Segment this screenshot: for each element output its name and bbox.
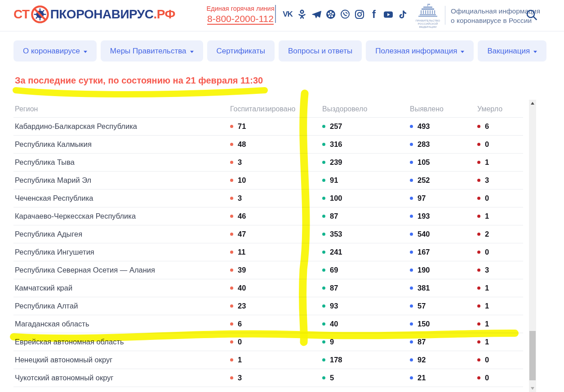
identified-cell: 97 xyxy=(410,194,477,203)
nav-button[interactable]: О коронавирусе xyxy=(13,40,97,62)
instagram-icon[interactable] xyxy=(354,9,365,20)
identified-cell: 150 xyxy=(410,320,477,328)
recovered-cell: 239 xyxy=(322,158,410,167)
recovered-dot-icon xyxy=(322,358,325,361)
nav-button[interactable]: Полезная информация xyxy=(366,40,474,62)
hospitalized-cell: 10 xyxy=(230,176,322,185)
nav-button[interactable]: Меры Правительства xyxy=(101,40,203,62)
recovered-dot-icon xyxy=(322,233,325,236)
zen-icon[interactable] xyxy=(325,9,336,20)
hospitalized-cell: 3 xyxy=(230,158,322,167)
hospitalized-cell: 40 xyxy=(230,284,322,292)
identified-value: 540 xyxy=(417,230,430,238)
scrollbar-up-button[interactable] xyxy=(529,100,536,107)
died-dot-icon xyxy=(477,197,480,200)
odnoklassniki-icon[interactable] xyxy=(297,9,307,20)
nav-button-label: Полезная информация xyxy=(375,47,457,56)
region-name: Республика Калмыкия xyxy=(15,140,230,149)
identified-dot-icon xyxy=(410,322,413,326)
died-cell: 0 xyxy=(477,194,523,203)
telegram-icon[interactable] xyxy=(311,9,322,20)
recovered-value: 239 xyxy=(330,158,342,167)
died-value: 3 xyxy=(485,266,489,274)
vk-icon[interactable]: VK xyxy=(282,9,293,20)
died-dot-icon xyxy=(477,286,480,290)
site-logo[interactable]: СТ ПКОРОНАВИРУС .РФ xyxy=(13,4,175,25)
hospitalized-value: 46 xyxy=(238,212,246,220)
hospitalized-value: 3 xyxy=(238,158,242,167)
facebook-icon[interactable]: f xyxy=(369,9,379,20)
table-row: Республика Тыва 3 239 105 1 xyxy=(13,154,523,172)
identified-dot-icon xyxy=(410,143,413,146)
died-cell: 3 xyxy=(477,176,523,185)
region-name: Еврейская автономная область xyxy=(15,338,230,346)
died-value: 6 xyxy=(485,122,489,131)
hospitalized-dot-icon xyxy=(230,251,233,254)
nav-button[interactable]: Вакцинация xyxy=(478,40,546,62)
hospitalized-value: 39 xyxy=(238,266,246,274)
died-cell: 1 xyxy=(477,320,523,328)
recovered-cell: 5 xyxy=(322,374,410,382)
identified-dot-icon xyxy=(410,269,413,272)
scrollbar-down-button[interactable] xyxy=(529,385,536,392)
nav-button[interactable]: Сертификаты xyxy=(207,40,275,62)
recovered-cell: 178 xyxy=(322,356,410,364)
died-cell: 0 xyxy=(477,356,523,364)
recovered-value: 40 xyxy=(330,320,338,328)
died-cell: 1 xyxy=(477,158,523,167)
logo-text-rf: .РФ xyxy=(153,4,175,25)
region-name: Чукотский автономный округ xyxy=(15,374,230,382)
identified-value: 57 xyxy=(417,302,426,310)
scrollbar-thumb[interactable] xyxy=(529,331,536,380)
hospitalized-cell: 3 xyxy=(230,374,322,382)
recovered-value: 316 xyxy=(330,140,342,149)
social-links: VK xyxy=(282,9,408,20)
youtube-icon[interactable] xyxy=(383,9,394,20)
region-name: Магаданская область xyxy=(15,320,230,328)
hospitalized-dot-icon xyxy=(230,340,233,344)
table-row: Республика Северная Осетия — Алания 39 6… xyxy=(13,261,523,279)
hotline-phone-link[interactable]: 8-800-2000-112 xyxy=(207,13,274,24)
identified-cell: 493 xyxy=(410,122,477,131)
died-dot-icon xyxy=(477,179,480,182)
died-dot-icon xyxy=(477,233,480,236)
identified-value: 190 xyxy=(417,266,430,274)
nav-button[interactable]: Вопросы и ответы xyxy=(279,40,362,62)
nav-button-label: Вакцинация xyxy=(487,47,530,56)
identified-cell: 252 xyxy=(410,176,477,185)
column-header-region: Регион xyxy=(15,105,230,113)
recovered-dot-icon xyxy=(322,161,325,164)
hospitalized-dot-icon xyxy=(230,233,233,236)
table-row: Республика Марий Эл 10 91 252 3 xyxy=(13,172,523,189)
recovered-cell: 40 xyxy=(322,320,410,328)
identified-dot-icon xyxy=(410,304,413,308)
died-value: 0 xyxy=(485,140,489,149)
died-value: 0 xyxy=(485,374,489,382)
page-title: За последние сутки, по состоянию на 21 ф… xyxy=(15,75,263,86)
hospitalized-cell: 39 xyxy=(230,266,322,274)
hospitalized-cell: 0 xyxy=(230,338,322,346)
government-emblem-block[interactable]: ПРАВИТЕЛЬСТВО РОССИЙСКОЙ ФЕДЕРАЦИИ xyxy=(414,4,442,29)
recovered-value: 100 xyxy=(330,194,342,203)
died-dot-icon xyxy=(477,322,480,326)
table-header-row: Регион Госпитализировано Выздоровело Выя… xyxy=(13,101,523,118)
identified-value: 105 xyxy=(417,158,430,167)
scrollbar-track[interactable] xyxy=(529,100,536,392)
viber-icon[interactable] xyxy=(340,9,351,20)
tiktok-icon[interactable] xyxy=(397,9,408,20)
identified-value: 92 xyxy=(417,356,426,364)
recovered-dot-icon xyxy=(322,304,325,308)
died-dot-icon xyxy=(477,376,480,379)
hospitalized-cell: 11 xyxy=(230,248,322,256)
region-name: Республика Тыва xyxy=(15,158,230,167)
hospitalized-cell: 48 xyxy=(230,140,322,149)
died-cell: 1 xyxy=(477,338,523,346)
identified-value: 252 xyxy=(417,176,430,185)
search-button[interactable] xyxy=(525,8,538,22)
recovered-cell: 316 xyxy=(322,140,410,149)
main-nav: О коронавирусе Меры Правительства Сертиф… xyxy=(13,40,546,62)
identified-cell: 190 xyxy=(410,266,477,274)
identified-value: 381 xyxy=(417,284,430,292)
hospitalized-dot-icon xyxy=(230,286,233,290)
recovered-dot-icon xyxy=(322,251,325,254)
